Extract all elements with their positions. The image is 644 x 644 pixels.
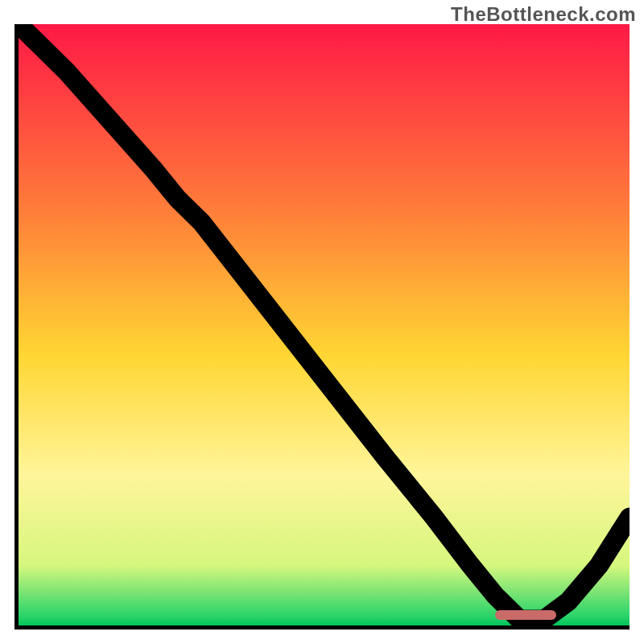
bottleneck-curve xyxy=(19,24,630,620)
watermark-text: TheBottleneck.com xyxy=(451,3,636,26)
chart-stage: TheBottleneck.com xyxy=(0,0,644,644)
plot-area xyxy=(14,24,630,630)
curve-svg xyxy=(19,24,630,625)
minimum-marker xyxy=(495,610,556,620)
